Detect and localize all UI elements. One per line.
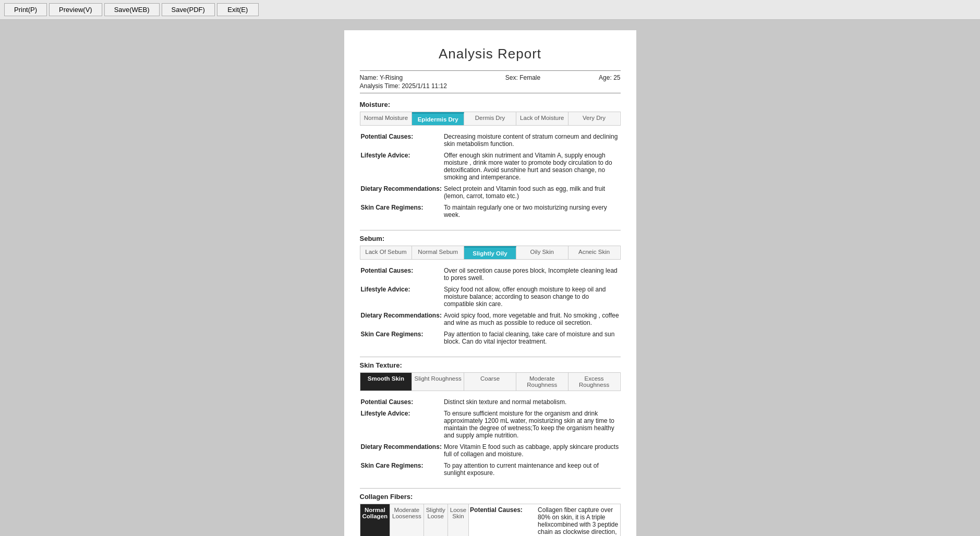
collagen-info: Potential Causes: Collagen fiber capture… bbox=[469, 504, 620, 536]
moisture-tabs: Normal Moisture Epidermis Dry Dermis Dry… bbox=[360, 112, 621, 126]
section-sebum: Sebum: Lack Of Sebum Normal Sebum Slight… bbox=[360, 235, 621, 347]
moisture-title: Moisture: bbox=[360, 101, 621, 108]
skin-texture-info: Potential Causes: Distinct skin texture … bbox=[360, 396, 621, 479]
value: Collagen fiber capture over 80% on skin,… bbox=[537, 504, 620, 536]
sebum-tabs: Lack Of Sebum Normal Sebum Slightly Oily… bbox=[360, 246, 621, 260]
report-meta: Name: Y-Rising Analysis Time: 2025/1/11 … bbox=[360, 70, 621, 93]
tab-moderate-roughness[interactable]: Moderate Roughness bbox=[516, 373, 568, 391]
section-collagen: Collagen Fibers: Normal Collagen Moderat… bbox=[360, 493, 621, 536]
value: Decreasing moisture content of stratum c… bbox=[443, 131, 621, 150]
collagen-tabs: Normal Collagen Moderate Looseness Sligh… bbox=[360, 504, 621, 536]
value: More Vitamin E food such as cabbage, app… bbox=[443, 441, 621, 460]
value: Avoid spicy food, more vegetable and fru… bbox=[443, 310, 621, 328]
toolbar: Print(P) Preview(V) Save(WEB) Save(PDF) … bbox=[0, 0, 980, 20]
value: Select protein and Vitamin food such as … bbox=[443, 183, 621, 202]
exit-button[interactable]: Exit(E) bbox=[217, 3, 259, 16]
section-skin-texture: Skin Texture: Smooth Skin Slight Roughne… bbox=[360, 361, 621, 479]
tab-moderate-looseness[interactable]: Moderate Looseness bbox=[390, 504, 424, 536]
value: Pay attention to facial cleaning, take c… bbox=[443, 328, 621, 347]
label: Lifestyle Advice: bbox=[360, 150, 443, 183]
tab-loose-skin[interactable]: Loose Skin bbox=[448, 504, 469, 536]
preview-button[interactable]: Preview(V) bbox=[49, 3, 102, 16]
value: To pay attention to current maintenance … bbox=[443, 460, 621, 479]
table-row: Lifestyle Advice: Spicy food not allow, … bbox=[360, 284, 621, 310]
value: Spicy food not allow, offer enough moist… bbox=[443, 284, 621, 310]
analysis-time: Analysis Time: 2025/1/11 11:12 bbox=[360, 82, 447, 90]
table-row: Dietary Recommendations: Avoid spicy foo… bbox=[360, 310, 621, 328]
label: Potential Causes: bbox=[360, 265, 443, 284]
tab-normal-collagen[interactable]: Normal Collagen bbox=[360, 504, 391, 536]
label: Dietary Recommendations: bbox=[360, 183, 443, 202]
table-row: Potential Causes: Collagen fiber capture… bbox=[469, 504, 620, 536]
label: Potential Causes: bbox=[469, 504, 537, 536]
patient-age: Age: 25 bbox=[599, 74, 620, 81]
value: To maintain regularly one or two moistur… bbox=[443, 202, 621, 221]
tab-epidermis-dry[interactable]: Epidermis Dry bbox=[412, 112, 464, 125]
label: Skin Care Regimens: bbox=[360, 460, 443, 479]
tab-slight-roughness[interactable]: Slight Roughness bbox=[412, 373, 464, 391]
value: Distinct skin texture and normal metabol… bbox=[443, 396, 621, 408]
label: Skin Care Regimens: bbox=[360, 202, 443, 221]
label: Potential Causes: bbox=[360, 396, 443, 408]
tab-excess-roughness[interactable]: Excess Roughness bbox=[568, 373, 620, 391]
tab-lack-moisture[interactable]: Lack of Moisture bbox=[516, 112, 568, 125]
table-row: Skin Care Regimens: To pay attention to … bbox=[360, 460, 621, 479]
report-title: Analysis Report bbox=[360, 46, 621, 62]
label: Lifestyle Advice: bbox=[360, 408, 443, 441]
skin-texture-title: Skin Texture: bbox=[360, 361, 621, 369]
tab-coarse[interactable]: Coarse bbox=[464, 373, 516, 391]
tab-dermis-dry[interactable]: Dermis Dry bbox=[464, 112, 516, 125]
report-container: Analysis Report Name: Y-Rising Analysis … bbox=[344, 30, 636, 536]
table-row: Dietary Recommendations: More Vitamin E … bbox=[360, 441, 621, 460]
page-area: Analysis Report Name: Y-Rising Analysis … bbox=[0, 20, 980, 536]
tab-lack-sebum[interactable]: Lack Of Sebum bbox=[360, 246, 413, 259]
tab-smooth-skin[interactable]: Smooth Skin bbox=[360, 373, 413, 391]
tab-slightly-oily[interactable]: Slightly Oily bbox=[464, 246, 516, 259]
value: Offer enough skin nutriment and Vitamin … bbox=[443, 150, 621, 183]
label: Potential Causes: bbox=[360, 131, 443, 150]
label: Dietary Recommendations: bbox=[360, 310, 443, 328]
tab-normal-sebum[interactable]: Normal Sebum bbox=[412, 246, 464, 259]
tab-acneic-skin[interactable]: Acneic Skin bbox=[568, 246, 620, 259]
collagen-title: Collagen Fibers: bbox=[360, 493, 621, 501]
table-row: Skin Care Regimens: Pay attention to fac… bbox=[360, 328, 621, 347]
patient-sex: Sex: Female bbox=[505, 74, 540, 81]
moisture-info: Potential Causes: Decreasing moisture co… bbox=[360, 131, 621, 221]
label: Lifestyle Advice: bbox=[360, 284, 443, 310]
sebum-info: Potential Causes: Over oil secretion cau… bbox=[360, 265, 621, 347]
value: Over oil secretion cause pores block, In… bbox=[443, 265, 621, 284]
table-row: Potential Causes: Distinct skin texture … bbox=[360, 396, 621, 408]
table-row: Dietary Recommendations: Select protein … bbox=[360, 183, 621, 202]
sebum-title: Sebum: bbox=[360, 235, 621, 242]
table-row: Potential Causes: Over oil secretion cau… bbox=[360, 265, 621, 284]
save-pdf-button[interactable]: Save(PDF) bbox=[162, 3, 215, 16]
label: Dietary Recommendations: bbox=[360, 441, 443, 460]
print-button[interactable]: Print(P) bbox=[4, 3, 47, 16]
table-row: Lifestyle Advice: To ensure sufficient m… bbox=[360, 408, 621, 441]
save-web-button[interactable]: Save(WEB) bbox=[104, 3, 160, 16]
table-row: Skin Care Regimens: To maintain regularl… bbox=[360, 202, 621, 221]
tab-normal-moisture[interactable]: Normal Moisture bbox=[360, 112, 413, 125]
tab-slightly-loose[interactable]: Slightly Loose bbox=[424, 504, 448, 536]
tab-oily-skin[interactable]: Oily Skin bbox=[516, 246, 568, 259]
skin-texture-tabs: Smooth Skin Slight Roughness Coarse Mode… bbox=[360, 372, 621, 391]
label: Skin Care Regimens: bbox=[360, 328, 443, 347]
table-row: Lifestyle Advice: Offer enough skin nutr… bbox=[360, 150, 621, 183]
tab-very-dry[interactable]: Very Dry bbox=[568, 112, 620, 125]
section-moisture: Moisture: Normal Moisture Epidermis Dry … bbox=[360, 101, 621, 221]
value: To ensure sufficient moisture for the or… bbox=[443, 408, 621, 441]
table-row: Potential Causes: Decreasing moisture co… bbox=[360, 131, 621, 150]
patient-name: Name: Y-Rising bbox=[360, 74, 447, 81]
